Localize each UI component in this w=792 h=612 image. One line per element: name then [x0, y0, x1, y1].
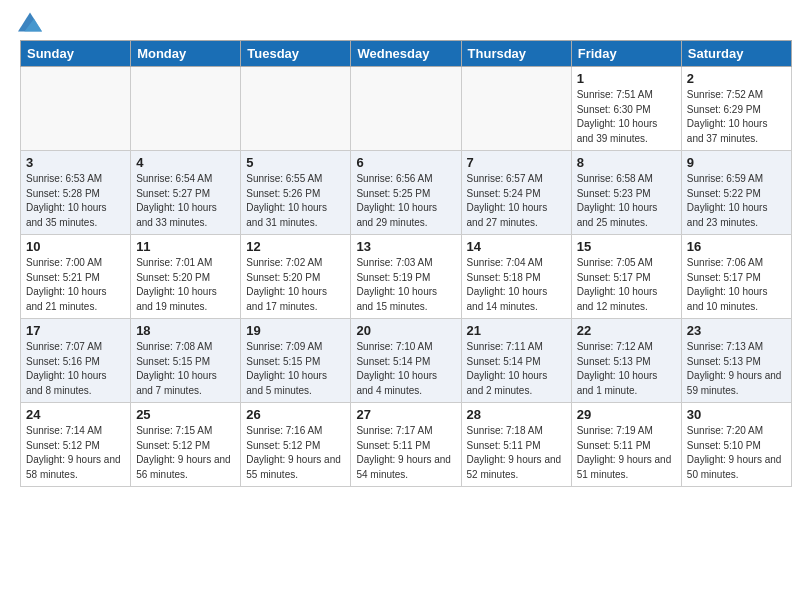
- calendar-day-cell: 27Sunrise: 7:17 AM Sunset: 5:11 PM Dayli…: [351, 403, 461, 487]
- day-info: Sunrise: 7:13 AM Sunset: 5:13 PM Dayligh…: [687, 340, 786, 398]
- calendar-day-cell: 18Sunrise: 7:08 AM Sunset: 5:15 PM Dayli…: [131, 319, 241, 403]
- calendar-header-cell: Tuesday: [241, 41, 351, 67]
- calendar-day-cell: 11Sunrise: 7:01 AM Sunset: 5:20 PM Dayli…: [131, 235, 241, 319]
- day-info: Sunrise: 7:15 AM Sunset: 5:12 PM Dayligh…: [136, 424, 235, 482]
- calendar-day-cell: 12Sunrise: 7:02 AM Sunset: 5:20 PM Dayli…: [241, 235, 351, 319]
- calendar-day-cell: 19Sunrise: 7:09 AM Sunset: 5:15 PM Dayli…: [241, 319, 351, 403]
- day-info: Sunrise: 6:56 AM Sunset: 5:25 PM Dayligh…: [356, 172, 455, 230]
- calendar-day-cell: 20Sunrise: 7:10 AM Sunset: 5:14 PM Dayli…: [351, 319, 461, 403]
- day-info: Sunrise: 7:00 AM Sunset: 5:21 PM Dayligh…: [26, 256, 125, 314]
- calendar-week-row: 3Sunrise: 6:53 AM Sunset: 5:28 PM Daylig…: [21, 151, 792, 235]
- calendar-header-cell: Friday: [571, 41, 681, 67]
- calendar-day-cell: 15Sunrise: 7:05 AM Sunset: 5:17 PM Dayli…: [571, 235, 681, 319]
- day-info: Sunrise: 7:12 AM Sunset: 5:13 PM Dayligh…: [577, 340, 676, 398]
- calendar-day-cell: 1Sunrise: 7:51 AM Sunset: 6:30 PM Daylig…: [571, 67, 681, 151]
- day-number: 14: [467, 239, 566, 254]
- calendar-day-cell: [21, 67, 131, 151]
- day-info: Sunrise: 6:57 AM Sunset: 5:24 PM Dayligh…: [467, 172, 566, 230]
- logo: [16, 12, 42, 32]
- day-number: 18: [136, 323, 235, 338]
- day-info: Sunrise: 7:08 AM Sunset: 5:15 PM Dayligh…: [136, 340, 235, 398]
- day-info: Sunrise: 6:59 AM Sunset: 5:22 PM Dayligh…: [687, 172, 786, 230]
- calendar-day-cell: 5Sunrise: 6:55 AM Sunset: 5:26 PM Daylig…: [241, 151, 351, 235]
- day-number: 12: [246, 239, 345, 254]
- calendar-week-row: 10Sunrise: 7:00 AM Sunset: 5:21 PM Dayli…: [21, 235, 792, 319]
- day-info: Sunrise: 7:16 AM Sunset: 5:12 PM Dayligh…: [246, 424, 345, 482]
- day-number: 27: [356, 407, 455, 422]
- calendar-day-cell: 17Sunrise: 7:07 AM Sunset: 5:16 PM Dayli…: [21, 319, 131, 403]
- calendar-day-cell: 8Sunrise: 6:58 AM Sunset: 5:23 PM Daylig…: [571, 151, 681, 235]
- day-number: 8: [577, 155, 676, 170]
- day-info: Sunrise: 7:01 AM Sunset: 5:20 PM Dayligh…: [136, 256, 235, 314]
- calendar-day-cell: [461, 67, 571, 151]
- day-number: 17: [26, 323, 125, 338]
- day-number: 24: [26, 407, 125, 422]
- day-number: 1: [577, 71, 676, 86]
- day-info: Sunrise: 7:17 AM Sunset: 5:11 PM Dayligh…: [356, 424, 455, 482]
- day-number: 4: [136, 155, 235, 170]
- calendar-week-row: 17Sunrise: 7:07 AM Sunset: 5:16 PM Dayli…: [21, 319, 792, 403]
- calendar-day-cell: 3Sunrise: 6:53 AM Sunset: 5:28 PM Daylig…: [21, 151, 131, 235]
- calendar-day-cell: 7Sunrise: 6:57 AM Sunset: 5:24 PM Daylig…: [461, 151, 571, 235]
- calendar-week-row: 24Sunrise: 7:14 AM Sunset: 5:12 PM Dayli…: [21, 403, 792, 487]
- calendar-day-cell: 4Sunrise: 6:54 AM Sunset: 5:27 PM Daylig…: [131, 151, 241, 235]
- calendar-day-cell: 9Sunrise: 6:59 AM Sunset: 5:22 PM Daylig…: [681, 151, 791, 235]
- calendar-header-cell: Wednesday: [351, 41, 461, 67]
- calendar-header-row: SundayMondayTuesdayWednesdayThursdayFrid…: [21, 41, 792, 67]
- day-info: Sunrise: 7:11 AM Sunset: 5:14 PM Dayligh…: [467, 340, 566, 398]
- calendar-day-cell: 26Sunrise: 7:16 AM Sunset: 5:12 PM Dayli…: [241, 403, 351, 487]
- day-number: 10: [26, 239, 125, 254]
- day-info: Sunrise: 7:51 AM Sunset: 6:30 PM Dayligh…: [577, 88, 676, 146]
- day-number: 5: [246, 155, 345, 170]
- calendar-day-cell: 6Sunrise: 6:56 AM Sunset: 5:25 PM Daylig…: [351, 151, 461, 235]
- day-number: 7: [467, 155, 566, 170]
- calendar-week-row: 1Sunrise: 7:51 AM Sunset: 6:30 PM Daylig…: [21, 67, 792, 151]
- day-number: 20: [356, 323, 455, 338]
- calendar-header-cell: Monday: [131, 41, 241, 67]
- calendar-day-cell: 30Sunrise: 7:20 AM Sunset: 5:10 PM Dayli…: [681, 403, 791, 487]
- day-info: Sunrise: 7:19 AM Sunset: 5:11 PM Dayligh…: [577, 424, 676, 482]
- day-info: Sunrise: 6:53 AM Sunset: 5:28 PM Dayligh…: [26, 172, 125, 230]
- day-number: 3: [26, 155, 125, 170]
- day-info: Sunrise: 7:10 AM Sunset: 5:14 PM Dayligh…: [356, 340, 455, 398]
- calendar-wrapper: SundayMondayTuesdayWednesdayThursdayFrid…: [0, 40, 792, 493]
- calendar-day-cell: 22Sunrise: 7:12 AM Sunset: 5:13 PM Dayli…: [571, 319, 681, 403]
- day-number: 25: [136, 407, 235, 422]
- calendar-body: 1Sunrise: 7:51 AM Sunset: 6:30 PM Daylig…: [21, 67, 792, 487]
- calendar-day-cell: [131, 67, 241, 151]
- day-number: 2: [687, 71, 786, 86]
- day-info: Sunrise: 7:07 AM Sunset: 5:16 PM Dayligh…: [26, 340, 125, 398]
- day-number: 26: [246, 407, 345, 422]
- day-number: 28: [467, 407, 566, 422]
- calendar-day-cell: 10Sunrise: 7:00 AM Sunset: 5:21 PM Dayli…: [21, 235, 131, 319]
- day-number: 13: [356, 239, 455, 254]
- calendar-header-cell: Thursday: [461, 41, 571, 67]
- day-info: Sunrise: 7:18 AM Sunset: 5:11 PM Dayligh…: [467, 424, 566, 482]
- day-number: 15: [577, 239, 676, 254]
- day-info: Sunrise: 7:02 AM Sunset: 5:20 PM Dayligh…: [246, 256, 345, 314]
- day-info: Sunrise: 7:09 AM Sunset: 5:15 PM Dayligh…: [246, 340, 345, 398]
- day-info: Sunrise: 6:58 AM Sunset: 5:23 PM Dayligh…: [577, 172, 676, 230]
- day-number: 19: [246, 323, 345, 338]
- calendar-day-cell: 29Sunrise: 7:19 AM Sunset: 5:11 PM Dayli…: [571, 403, 681, 487]
- day-info: Sunrise: 7:52 AM Sunset: 6:29 PM Dayligh…: [687, 88, 786, 146]
- day-number: 6: [356, 155, 455, 170]
- day-info: Sunrise: 7:05 AM Sunset: 5:17 PM Dayligh…: [577, 256, 676, 314]
- day-number: 23: [687, 323, 786, 338]
- calendar-day-cell: [351, 67, 461, 151]
- calendar-header-cell: Sunday: [21, 41, 131, 67]
- calendar-day-cell: 2Sunrise: 7:52 AM Sunset: 6:29 PM Daylig…: [681, 67, 791, 151]
- day-number: 22: [577, 323, 676, 338]
- calendar-table: SundayMondayTuesdayWednesdayThursdayFrid…: [20, 40, 792, 487]
- calendar-header-cell: Saturday: [681, 41, 791, 67]
- day-number: 9: [687, 155, 786, 170]
- day-info: Sunrise: 7:06 AM Sunset: 5:17 PM Dayligh…: [687, 256, 786, 314]
- calendar-day-cell: 14Sunrise: 7:04 AM Sunset: 5:18 PM Dayli…: [461, 235, 571, 319]
- page-header: [0, 0, 792, 40]
- day-number: 11: [136, 239, 235, 254]
- day-info: Sunrise: 7:14 AM Sunset: 5:12 PM Dayligh…: [26, 424, 125, 482]
- calendar-day-cell: 24Sunrise: 7:14 AM Sunset: 5:12 PM Dayli…: [21, 403, 131, 487]
- logo-icon: [18, 12, 42, 32]
- calendar-day-cell: [241, 67, 351, 151]
- calendar-day-cell: 25Sunrise: 7:15 AM Sunset: 5:12 PM Dayli…: [131, 403, 241, 487]
